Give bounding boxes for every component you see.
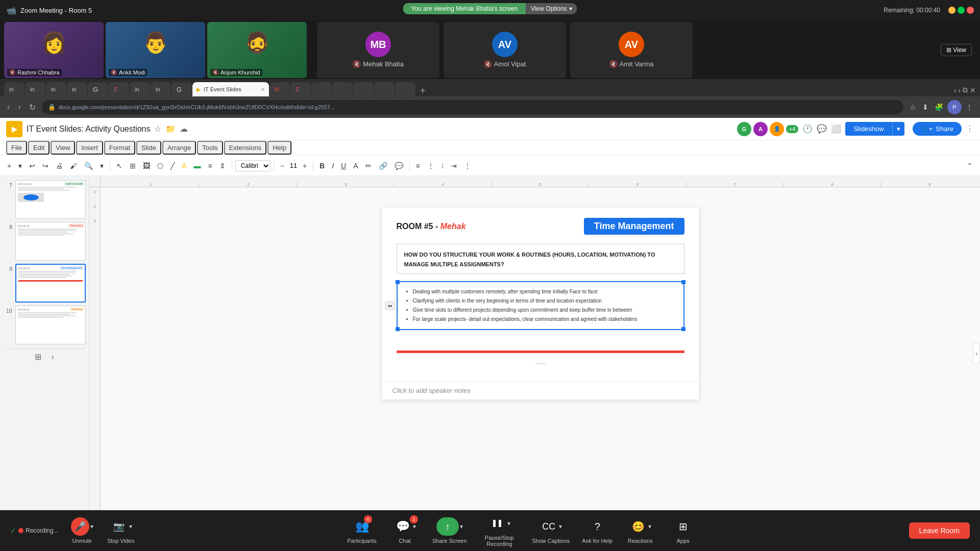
extensions-btn[interactable]: 🧩 (933, 102, 945, 112)
tb-indent-btn[interactable]: ⇥ (448, 160, 460, 172)
tb-bulletlist-btn[interactable]: ⁝ (438, 160, 447, 172)
tb-add-chevron[interactable]: ▾ (15, 160, 25, 172)
tb-textcolor-btn[interactable]: A (350, 160, 361, 172)
menu-help[interactable]: Help (267, 141, 291, 155)
new-tab-btn[interactable]: + (416, 86, 430, 96)
tb-numberedlist-btn[interactable]: ⋮ (424, 160, 437, 172)
maximize-btn[interactable] (958, 7, 965, 14)
chat-control[interactable]: 💬 1 ▾ Chat (389, 517, 420, 544)
slide-item-9[interactable]: 9 ROOM #5 Time Management (3, 264, 86, 303)
menu-arrange[interactable]: Arrange (162, 141, 196, 155)
back-btn[interactable]: ‹ (5, 102, 12, 113)
menu-extensions[interactable]: Extensions (224, 141, 267, 155)
menu-edit[interactable]: Edit (28, 141, 50, 155)
menu-insert[interactable]: Insert (76, 141, 103, 155)
answer-box[interactable]: ⇔ Dealing with multiple customers remote… (397, 281, 684, 330)
browser-tab-google-2[interactable]: G (172, 82, 192, 96)
tb-zoom-chevron[interactable]: ▾ (97, 160, 107, 172)
font-decrease-btn[interactable]: − (277, 160, 287, 172)
unmute-chevron[interactable]: ▾ (90, 523, 93, 530)
tb-textalign-btn[interactable]: ≡ (413, 160, 423, 172)
browser-tab-slides-active[interactable]: ▶ IT Event Slides ✕ (192, 82, 269, 96)
slide-thumb-7[interactable]: ROOM #5 Uplift & Growth (15, 180, 86, 219)
slides-document-title[interactable]: IT Event Slides: Activity Questions (27, 124, 150, 134)
tb-paintformat-btn[interactable]: 🖌 (67, 160, 80, 172)
share-btn[interactable]: 👤+ Share (913, 122, 962, 136)
video-chevron[interactable]: ▾ (129, 523, 132, 530)
browser-tab-gmail[interactable]: M (270, 82, 290, 96)
tb-add-btn[interactable]: + (4, 160, 14, 172)
view-btn[interactable]: ⊞ View (941, 44, 972, 56)
tab-scroll-right-btn[interactable]: › (958, 86, 961, 94)
browser-tab-ext-1[interactable] (311, 82, 332, 96)
unmute-control[interactable]: 🎤 ▾ Unmute (67, 517, 97, 544)
leave-room-btn[interactable]: Leave Room (909, 522, 970, 539)
reactions-control[interactable]: 😊 ▾ Reactions (625, 517, 655, 544)
tb-image-btn[interactable]: 🖼 (140, 160, 153, 172)
browser-tab-linkedin-1[interactable]: in (4, 82, 24, 96)
tb-bgcolor-btn[interactable]: ✏ (362, 160, 375, 172)
slide-thumb-8[interactable]: ROOM #5 Networking (15, 222, 86, 261)
captions-control[interactable]: CC ▾ Show Captions (532, 517, 570, 544)
recording-control[interactable]: ▾ Pause/Stop Recording (479, 514, 520, 547)
history-btn[interactable]: 🕐 (802, 124, 813, 134)
speaker-notes[interactable]: Click to add speaker notes (382, 381, 699, 399)
tb-shape-btn[interactable]: ⬠ (154, 160, 166, 172)
url-bar[interactable]: 🔒 docs.google.com/presentation/d/1Z92ua_… (42, 100, 903, 114)
grid-view-btn[interactable]: ⊞ (32, 351, 44, 363)
more-btn[interactable]: ⋮ (966, 124, 974, 134)
tb-more-btn[interactable]: ⋮ (461, 160, 474, 172)
menu-view[interactable]: View (51, 141, 75, 155)
view-options-btn[interactable]: View Options ▾ (526, 3, 577, 14)
slide-thumb-9-active[interactable]: ROOM #5 Time Management (15, 264, 86, 303)
chat-comment-btn[interactable]: 💬 (817, 124, 827, 134)
browser-menu-btn[interactable]: ⋮ (964, 102, 975, 112)
tb-redo-btn[interactable]: ↪ (39, 160, 52, 172)
tab-close-icon[interactable]: ✕ (261, 87, 265, 92)
tb-comment-btn[interactable]: 💬 (391, 160, 406, 172)
tab-scroll-left-btn[interactable]: ‹ (954, 86, 957, 94)
profile-avatar[interactable]: P (947, 100, 962, 114)
tb-color-btn[interactable]: A (179, 160, 189, 172)
restore-btn[interactable]: ⧉ (963, 86, 968, 94)
font-selector[interactable]: Calibri (235, 160, 271, 171)
browser-tab-ext-5[interactable] (395, 82, 415, 96)
menu-format[interactable]: Format (104, 141, 135, 155)
present-mode-btn[interactable]: ⬜ (831, 124, 841, 134)
slide-canvas-container[interactable]: ROOM #5 - Mehak Time Management HOW (101, 187, 980, 510)
slide-item-10[interactable]: 10 ROOM #5 Marketing (3, 306, 86, 344)
sharescreen-chevron[interactable]: ▾ (460, 523, 463, 530)
browser-tab-zoho-2[interactable]: Z (290, 82, 311, 96)
browser-tab-linkedin-4[interactable]: in (67, 82, 87, 96)
tb-line-btn[interactable]: ╱ (167, 160, 178, 172)
help-control[interactable]: ? Ask for Help (582, 517, 612, 544)
forward-btn[interactable]: › (16, 102, 22, 113)
tb-print-btn[interactable]: 🖨 (53, 160, 66, 172)
browser-close-btn[interactable]: ✕ (970, 86, 976, 94)
tb-zoom-btn[interactable]: 🔍 (81, 160, 96, 172)
refresh-btn[interactable]: ↻ (27, 102, 38, 113)
chat-chevron[interactable]: ▾ (413, 523, 416, 530)
captions-chevron[interactable]: ▾ (559, 523, 562, 530)
tb-link-btn[interactable]: 🔗 (376, 160, 390, 172)
browser-tab-linkedin-2[interactable]: in (25, 82, 45, 96)
close-btn[interactable] (967, 7, 974, 14)
tb-collapse-btn[interactable]: ⌃ (964, 160, 976, 172)
tb-highlight-btn[interactable]: ▬ (191, 160, 204, 172)
right-collapse-btn[interactable]: › (973, 343, 980, 364)
star-btn[interactable]: ☆ (154, 124, 161, 134)
browser-tab-linkedin-5[interactable]: in (130, 82, 150, 96)
browser-tab-ext-4[interactable] (374, 82, 395, 96)
participants-control[interactable]: 👥 6 Participants (347, 517, 377, 544)
browser-tab-zoho-1[interactable]: Z (109, 82, 129, 96)
menu-tools[interactable]: Tools (197, 141, 223, 155)
tb-underline-btn[interactable]: U (338, 160, 349, 172)
slide-thumb-10[interactable]: ROOM #5 Marketing (15, 306, 86, 344)
tb-italic-btn[interactable]: I (329, 160, 337, 172)
reactions-chevron[interactable]: ▾ (648, 523, 651, 530)
tb-bold-btn[interactable]: B (316, 160, 328, 172)
tb-select-btn[interactable]: ⊞ (127, 160, 139, 172)
slide-item-8[interactable]: 8 ROOM #5 Networking (3, 222, 86, 261)
tb-undo-btn[interactable]: ↩ (26, 160, 38, 172)
tb-cursor-btn[interactable]: ↖ (113, 160, 126, 172)
